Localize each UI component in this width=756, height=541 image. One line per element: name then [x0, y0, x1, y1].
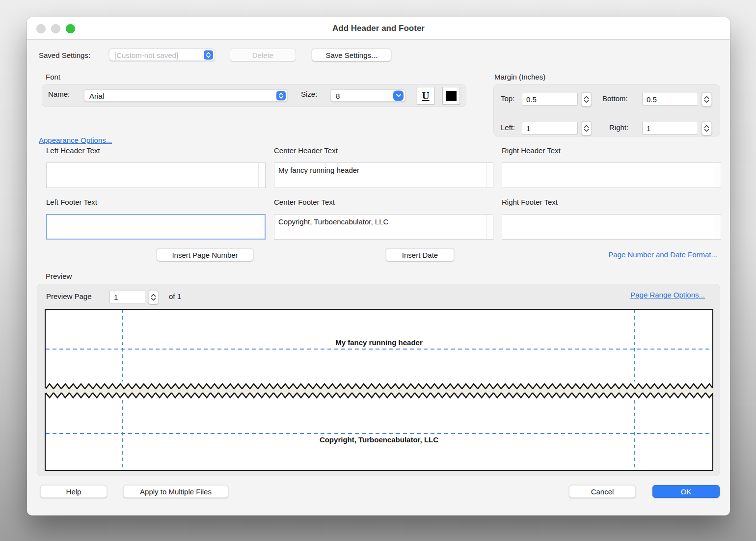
margin-left-label: Left: [501, 123, 515, 132]
font-name-value: Arial [89, 92, 104, 100]
preview-page-input[interactable] [109, 291, 145, 303]
margin-top-stepper[interactable] [581, 92, 592, 107]
left-header-label: Left Header Text [46, 146, 100, 155]
torn-edge-bottom [46, 382, 712, 389]
header-baseline-guide [46, 349, 712, 350]
margin-right-label: Right: [609, 123, 628, 132]
cancel-button[interactable]: Cancel [569, 485, 636, 498]
margin-left-stepper[interactable] [581, 121, 592, 135]
left-header-input[interactable] [47, 163, 259, 188]
preview-canvas: My fancy running header [45, 309, 713, 471]
center-footer-input[interactable]: Copyright, Turboencabulator, LLC [274, 215, 486, 239]
preview-footer-text: Copyright, Turboencabulator, LLC [46, 435, 712, 444]
torn-edge-top [46, 392, 712, 399]
margin-top-input[interactable] [522, 93, 578, 106]
preview-page-stepper[interactable] [148, 290, 159, 304]
left-header-textarea[interactable] [46, 162, 266, 188]
right-footer-label: Right Footer Text [502, 198, 558, 206]
saved-settings-dropdown[interactable]: [Custom-not saved] [109, 49, 215, 61]
font-name-label: Name: [48, 90, 70, 98]
margin-left-input[interactable] [522, 122, 578, 135]
right-margin-guide [634, 400, 635, 470]
margin-right-stepper[interactable] [702, 121, 712, 135]
underline-button[interactable]: U [417, 87, 434, 105]
margin-bottom-stepper[interactable] [702, 92, 712, 107]
scrollbar-track[interactable] [258, 163, 265, 188]
left-margin-guide [122, 400, 123, 470]
scrollbar-track[interactable] [714, 163, 721, 188]
appearance-options-link[interactable]: Appearance Options... [39, 136, 112, 144]
font-section-label: Font [46, 73, 60, 81]
preview-page-of-label: of 1 [169, 292, 181, 300]
margin-section-label: Margin (Inches) [494, 73, 545, 81]
margin-group: Top: Bottom: Left: Right: [493, 84, 720, 136]
right-header-textarea[interactable] [502, 162, 721, 188]
right-footer-textarea[interactable] [502, 214, 721, 240]
scrollbar-track[interactable] [714, 215, 721, 239]
font-group: Name: Arial Size: 8 U [42, 84, 466, 107]
font-color-button[interactable] [442, 87, 460, 105]
color-swatch-icon [446, 91, 457, 101]
footer-baseline-guide [46, 433, 712, 434]
center-header-label: Center Header Text [274, 146, 338, 155]
margin-bottom-input[interactable] [642, 93, 698, 106]
page-range-options-link[interactable]: Page Range Options... [630, 291, 705, 299]
saved-settings-label: Saved Settings: [39, 51, 90, 59]
saved-settings-value: [Custom-not saved] [114, 51, 178, 59]
left-footer-textarea[interactable] [46, 214, 266, 240]
chevron-down-icon [393, 90, 404, 101]
margin-right-input[interactable] [642, 122, 698, 135]
scrollbar-track[interactable] [486, 163, 493, 188]
add-header-footer-dialog: Add Header and Footer Saved Settings: [C… [27, 17, 730, 515]
insert-page-number-button[interactable]: Insert Page Number [157, 248, 253, 261]
font-size-label: Size: [301, 90, 317, 98]
ok-button[interactable]: OK [652, 485, 720, 498]
underline-icon: U [422, 90, 429, 102]
font-name-dropdown[interactable]: Arial [84, 89, 288, 102]
right-header-input[interactable] [502, 163, 714, 188]
apply-to-multiple-files-button[interactable]: Apply to Multiple Files [123, 485, 228, 498]
page-number-date-format-link[interactable]: Page Number and Date Format... [608, 250, 717, 259]
font-size-combo[interactable]: 8 [330, 89, 405, 102]
left-footer-input[interactable] [47, 215, 258, 239]
center-header-input[interactable]: My fancy running header [274, 163, 486, 188]
preview-page-top-fragment: My fancy running header [45, 309, 713, 388]
help-button[interactable]: Help [40, 485, 107, 498]
preview-group: Preview Page of 1 Page Range Options... … [37, 284, 720, 476]
center-footer-textarea[interactable]: Copyright, Turboencabulator, LLC [274, 214, 493, 240]
chevron-up-down-icon [204, 50, 213, 59]
titlebar: Add Header and Footer [27, 17, 730, 40]
save-settings-button[interactable]: Save Settings... [312, 49, 391, 61]
preview-page-bottom-fragment: Copyright, Turboencabulator, LLC [45, 393, 713, 471]
right-header-label: Right Header Text [502, 146, 561, 155]
scrollbar-track[interactable] [258, 215, 265, 239]
chevron-up-down-icon [276, 91, 286, 100]
center-header-textarea[interactable]: My fancy running header [274, 162, 493, 188]
left-footer-label: Left Footer Text [46, 198, 97, 206]
margin-bottom-label: Bottom: [602, 94, 628, 103]
right-footer-input[interactable] [502, 215, 714, 239]
insert-date-button[interactable]: Insert Date [386, 248, 454, 261]
center-footer-label: Center Footer Text [274, 198, 335, 206]
window-title: Add Header and Footer [27, 17, 730, 39]
preview-section-label: Preview [46, 272, 72, 280]
margin-top-label: Top: [501, 94, 514, 103]
preview-page-label: Preview Page [46, 292, 92, 300]
font-size-value: 8 [336, 92, 340, 100]
scrollbar-track[interactable] [486, 215, 493, 239]
preview-header-text: My fancy running header [46, 338, 712, 347]
delete-button[interactable]: Delete [230, 49, 296, 61]
